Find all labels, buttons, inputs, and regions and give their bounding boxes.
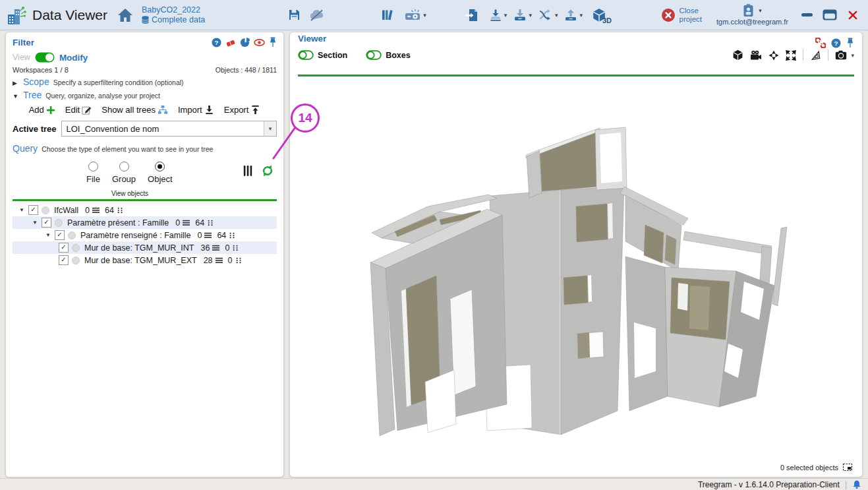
selection-box-icon[interactable] bbox=[842, 463, 853, 472]
refresh-icon[interactable] bbox=[261, 164, 274, 177]
video-camera-icon[interactable] bbox=[750, 50, 762, 61]
collapse-icon[interactable] bbox=[768, 50, 779, 61]
visibility-dot-icon[interactable] bbox=[68, 231, 76, 239]
expanded-caret-icon[interactable]: ▼ bbox=[13, 93, 19, 100]
help-icon[interactable]: ? bbox=[212, 38, 221, 47]
collapsed-caret-icon[interactable]: ▶ bbox=[13, 80, 19, 86]
library-icon[interactable] bbox=[382, 9, 395, 21]
filter-panel-title: Filter bbox=[13, 38, 34, 47]
project-name: BabyCO2_2022 bbox=[142, 5, 205, 15]
tree-row-count2: 64 bbox=[217, 231, 226, 240]
radio-file[interactable]: File bbox=[86, 162, 100, 184]
row-checkbox[interactable]: ✓ bbox=[59, 243, 69, 253]
select-chevron-icon[interactable]: ▼ bbox=[264, 121, 276, 136]
pin-icon[interactable] bbox=[269, 37, 277, 47]
visibility-dot-icon[interactable] bbox=[42, 206, 49, 214]
active-tree-label: Active tree bbox=[13, 124, 56, 134]
visibility-dot-icon[interactable] bbox=[72, 257, 80, 264]
save-icon[interactable] bbox=[288, 9, 301, 21]
chevron-down-icon[interactable]: ▾ bbox=[851, 52, 854, 59]
3d-building-model[interactable] bbox=[290, 82, 862, 471]
scope-section-header[interactable]: ▶ Scope Specify a superfiltering conditi… bbox=[13, 77, 277, 87]
row-checkbox[interactable]: ✓ bbox=[28, 205, 38, 215]
tree-row-count2: 64 bbox=[195, 218, 204, 228]
visibility-dot-icon[interactable] bbox=[72, 244, 80, 252]
minimize-button[interactable] bbox=[801, 13, 813, 16]
chevron-down-icon[interactable]: ▾ bbox=[579, 12, 583, 18]
eraser-icon[interactable] bbox=[225, 38, 236, 47]
upload-tray-icon[interactable] bbox=[564, 9, 577, 22]
camera-icon[interactable] bbox=[835, 50, 847, 60]
tree-row[interactable]: ▼✓Paramètre présent : Famille064 bbox=[13, 216, 277, 229]
home-icon[interactable] bbox=[117, 7, 134, 23]
add-tree-button[interactable]: Add bbox=[29, 105, 55, 115]
modify-label: Modify bbox=[59, 53, 88, 63]
chevron-down-icon[interactable]: ▾ bbox=[555, 12, 558, 18]
viewer-panel-title: Viewer bbox=[298, 29, 326, 44]
expand-caret-icon[interactable]: ▼ bbox=[32, 220, 42, 226]
radio-object[interactable]: Object bbox=[148, 162, 173, 184]
eye-icon[interactable] bbox=[254, 38, 265, 47]
expand-caret-icon[interactable]: ▼ bbox=[45, 232, 55, 238]
workspaces-label: Workspaces 1 / 8 bbox=[13, 66, 69, 74]
cube-icon[interactable] bbox=[732, 49, 743, 61]
expand-caret-icon[interactable]: ▼ bbox=[19, 207, 28, 213]
projector-icon[interactable] bbox=[405, 9, 421, 22]
cube-3d-icon[interactable]: 3D bbox=[592, 8, 606, 22]
tree-row[interactable]: ✓Mur de base: TGM_MUR_INT360 bbox=[13, 241, 277, 254]
import-tree-button[interactable]: Import bbox=[178, 105, 214, 115]
user-account-menu[interactable]: ▾ tgm.cclot@treegram.fr bbox=[716, 4, 788, 26]
expand-icon[interactable] bbox=[786, 50, 796, 61]
project-dataset: Complete data bbox=[152, 15, 205, 24]
tree-row-count1: 36 bbox=[200, 243, 210, 253]
download-tray-icon[interactable] bbox=[513, 9, 527, 22]
radio-group-option[interactable]: Group bbox=[112, 162, 136, 184]
tree-row[interactable]: ▼✓Paramètre renseigné : Famille064 bbox=[13, 229, 277, 241]
visibility-dot-icon[interactable] bbox=[55, 219, 63, 227]
count-dots-icon bbox=[229, 232, 236, 239]
row-checkbox[interactable]: ✓ bbox=[59, 255, 69, 265]
query-label: Query bbox=[13, 143, 38, 154]
svg-text:?: ? bbox=[834, 39, 838, 46]
selected-objects-label: 0 selected objects bbox=[780, 464, 838, 472]
set-square-icon[interactable] bbox=[810, 50, 821, 61]
section-toggle[interactable]: Section bbox=[298, 50, 347, 60]
boxes-toggle[interactable]: Boxes bbox=[366, 50, 411, 60]
cloud-offline-icon[interactable] bbox=[309, 9, 325, 21]
maximize-button[interactable] bbox=[823, 9, 837, 20]
divider bbox=[13, 199, 277, 201]
show-all-trees-button[interactable]: Show all trees bbox=[101, 105, 168, 115]
help-icon[interactable]: ? bbox=[831, 38, 841, 48]
separator bbox=[828, 49, 828, 61]
minimize-icon bbox=[801, 13, 813, 16]
chevron-down-icon[interactable]: ▾ bbox=[529, 12, 532, 18]
tree-row[interactable]: ▼✓IfcWall064 bbox=[13, 204, 277, 216]
tree-row[interactable]: ✓Mur de base: TGM_MUR_EXT280 bbox=[13, 254, 277, 266]
place-import-icon[interactable] bbox=[489, 9, 502, 22]
chevron-down-icon[interactable]: ▾ bbox=[423, 12, 426, 18]
pie-chart-icon[interactable] bbox=[240, 38, 250, 47]
application-window: Data Viewer BabyCO2_2022 Complete data bbox=[0, 0, 868, 490]
tree-section-header[interactable]: ▼ Tree Query, organize, analyse your pro… bbox=[13, 90, 277, 100]
row-checkbox[interactable]: ✓ bbox=[42, 218, 51, 228]
pin-icon[interactable] bbox=[846, 38, 854, 48]
export-tree-button[interactable]: Export bbox=[224, 105, 261, 115]
row-checkbox[interactable]: ✓ bbox=[55, 230, 65, 240]
close-window-button[interactable] bbox=[847, 9, 859, 21]
edit-tree-button[interactable]: Edit bbox=[65, 105, 92, 115]
close-project-button[interactable]: Close project bbox=[661, 7, 703, 23]
import-arrow-icon bbox=[204, 105, 214, 115]
chevron-down-icon[interactable]: ▾ bbox=[504, 12, 507, 18]
app-title: Data Viewer bbox=[32, 7, 107, 23]
import-file-icon[interactable] bbox=[465, 9, 478, 22]
broken-link-icon[interactable] bbox=[815, 38, 826, 48]
bell-icon[interactable] bbox=[852, 479, 861, 489]
count-lines-icon bbox=[216, 257, 223, 264]
version-label: Treegram - v 1.6.14.0 Preparation-Client bbox=[698, 480, 840, 489]
tree-row-count2: 64 bbox=[105, 206, 114, 215]
view-modify-toggle[interactable] bbox=[35, 52, 55, 63]
sync-arrows-icon[interactable] bbox=[538, 9, 553, 21]
tree-row-label: Mur de base: TGM_MUR_INT bbox=[84, 243, 194, 253]
active-tree-select[interactable]: LOI_Convention de nom ▼ bbox=[61, 121, 277, 137]
filter-bars-icon[interactable] bbox=[243, 165, 252, 177]
